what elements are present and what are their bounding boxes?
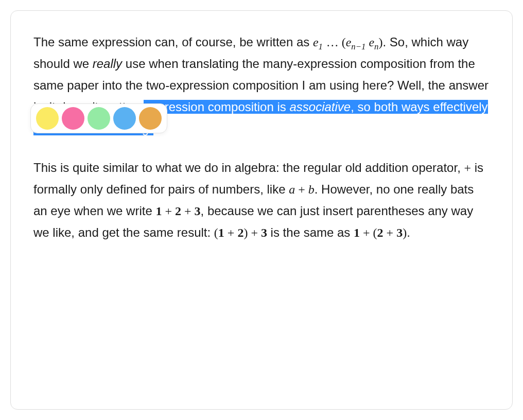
math-plus: +	[383, 226, 397, 239]
math-plus: +	[464, 161, 471, 174]
math-plus: +	[224, 226, 238, 239]
highlight-emphasis: associative	[289, 100, 351, 114]
highlight-color-blue[interactable]	[113, 107, 136, 130]
text: is the same as	[267, 225, 354, 239]
math-rparen: )	[403, 226, 407, 239]
highlight-color-orange[interactable]	[139, 107, 162, 130]
math-var-e2: e	[346, 36, 352, 49]
math-num: 3	[195, 204, 201, 218]
math-var-a: a	[289, 183, 295, 196]
math-var-e3: e	[369, 36, 374, 49]
text: This is quite similar to what we do in a…	[33, 161, 464, 174]
math-num: 1	[218, 226, 224, 239]
math-num: 1	[155, 204, 162, 218]
math-ellipsis: …	[326, 36, 342, 49]
math-num: 1	[354, 226, 360, 239]
math-lparen: (	[373, 226, 377, 239]
highlight-color-palette[interactable]	[30, 103, 167, 133]
math-plus: +	[295, 183, 308, 196]
highlight-color-pink[interactable]	[62, 107, 84, 130]
math-sub: 1	[319, 42, 323, 51]
document-card: The same expression can, of course, be w…	[10, 10, 513, 410]
math-num: 2	[377, 226, 383, 239]
math-lparen: (	[342, 36, 346, 49]
math-num: 3	[261, 226, 267, 239]
math-num: 2	[237, 226, 243, 239]
math-plus: +	[181, 204, 195, 218]
math-plus: +	[360, 226, 373, 239]
math-plus: +	[248, 226, 261, 239]
math-var-e1: e	[313, 36, 319, 49]
text: The same expression can, of course, be w…	[33, 35, 313, 49]
highlight-color-yellow[interactable]	[36, 107, 59, 130]
paragraph-2: This is quite similar to what we do in a…	[33, 157, 490, 243]
math-lparen: (	[214, 226, 218, 239]
math-sub: n−1	[351, 42, 365, 51]
math-var-b: b	[308, 183, 315, 196]
math-num: 2	[175, 204, 181, 218]
text: .	[407, 225, 410, 239]
emphasis: really	[93, 57, 122, 71]
math-num: 3	[396, 226, 403, 239]
highlight-color-green[interactable]	[88, 107, 110, 130]
math-plus: +	[162, 204, 175, 218]
